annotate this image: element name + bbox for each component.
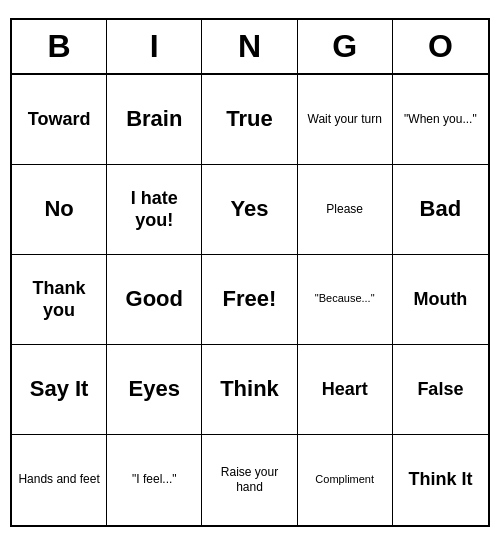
header-letter: G — [298, 20, 393, 73]
bingo-grid: TowardBrainTrueWait your turn"When you..… — [12, 75, 488, 525]
header-letter: O — [393, 20, 488, 73]
bingo-cell: Wait your turn — [298, 75, 393, 165]
bingo-cell: Brain — [107, 75, 202, 165]
bingo-card: BINGO TowardBrainTrueWait your turn"When… — [10, 18, 490, 527]
bingo-cell: "I feel..." — [107, 435, 202, 525]
bingo-cell: Please — [298, 165, 393, 255]
bingo-cell: Think — [202, 345, 297, 435]
bingo-cell: False — [393, 345, 488, 435]
bingo-cell: Good — [107, 255, 202, 345]
bingo-cell: "Because..." — [298, 255, 393, 345]
bingo-cell: Think It — [393, 435, 488, 525]
bingo-cell: Bad — [393, 165, 488, 255]
bingo-cell: Compliment — [298, 435, 393, 525]
bingo-cell: Toward — [12, 75, 107, 165]
bingo-cell: Eyes — [107, 345, 202, 435]
bingo-cell: Heart — [298, 345, 393, 435]
bingo-cell: No — [12, 165, 107, 255]
bingo-cell: Say It — [12, 345, 107, 435]
bingo-cell: True — [202, 75, 297, 165]
bingo-cell: Free! — [202, 255, 297, 345]
bingo-cell: Yes — [202, 165, 297, 255]
header-letter: B — [12, 20, 107, 73]
bingo-cell: Hands and feet — [12, 435, 107, 525]
bingo-cell: "When you..." — [393, 75, 488, 165]
bingo-cell: Mouth — [393, 255, 488, 345]
header-letter: N — [202, 20, 297, 73]
bingo-cell: I hate you! — [107, 165, 202, 255]
bingo-cell: Raise your hand — [202, 435, 297, 525]
header-letter: I — [107, 20, 202, 73]
bingo-cell: Thank you — [12, 255, 107, 345]
bingo-header: BINGO — [12, 20, 488, 75]
